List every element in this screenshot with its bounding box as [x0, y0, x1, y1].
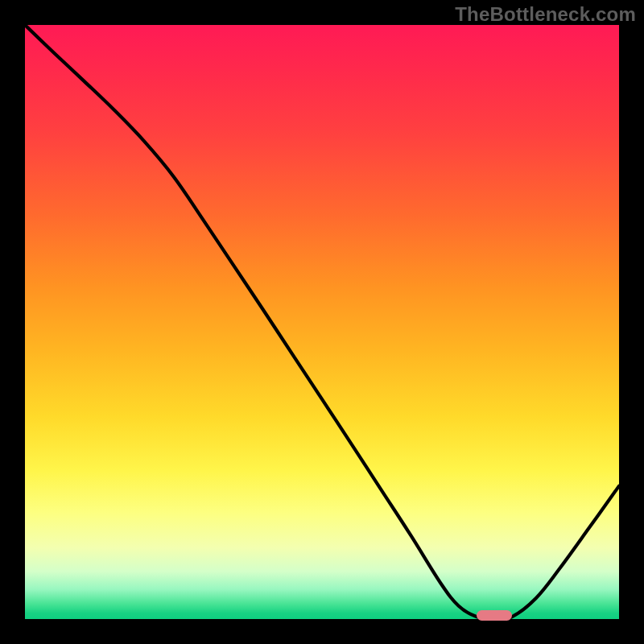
chart-plot-area — [25, 25, 619, 619]
chart-curve — [25, 25, 619, 619]
chart-line-svg — [25, 25, 619, 619]
watermark-text: TheBottleneck.com — [455, 3, 636, 26]
chart-frame: TheBottleneck.com — [0, 0, 644, 644]
minimum-marker — [477, 610, 512, 621]
